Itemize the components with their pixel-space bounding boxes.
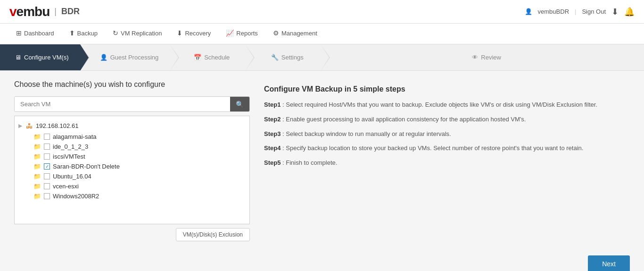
search-button[interactable]: 🔍 (230, 97, 249, 111)
dashboard-icon: ⊞ (16, 29, 22, 37)
schedule-icon: 📅 (194, 54, 201, 61)
logo-separator: | (54, 7, 57, 17)
bell-icon[interactable]: 🔔 (624, 7, 635, 17)
step-3-text: : Select backup window to run manually o… (282, 130, 451, 137)
list-item[interactable]: 📁 vcen-esxi (15, 181, 249, 191)
vm-label: Windows2008R2 (53, 193, 99, 200)
vm-folder-icon: 📁 (33, 153, 41, 160)
list-item[interactable]: 📁 Ubuntu_16.04 (15, 171, 249, 181)
recovery-icon: ⬇ (177, 29, 182, 37)
vm-checkbox-saran[interactable]: ✓ (44, 163, 50, 169)
step-1-num: Step1 (264, 101, 281, 108)
list-item[interactable]: 📁 iscsiVMTest (15, 152, 249, 161)
nav-item-backup[interactable]: ⬆ Backup (63, 25, 104, 43)
wizard-steps: 🖥 Configure VM(s) 👤 Guest Processing 📅 S… (0, 44, 644, 71)
vm-label: Saran-BDR-Don't Delete (53, 163, 120, 170)
download-icon[interactable]: ⬇ (611, 7, 619, 17)
next-button[interactable]: Next (588, 255, 630, 271)
step-2-text: : Enable guest processing to avail appli… (282, 116, 526, 123)
nav-label-dashboard: Dashboard (24, 30, 54, 37)
vm-label: iscsiVMTest (53, 153, 85, 160)
main-nav: ⊞ Dashboard ⬆ Backup ↻ VM Replication ⬇ … (0, 24, 644, 44)
step-2-num: Step2 (264, 116, 281, 123)
vm-label: Ubuntu_16.04 (53, 173, 91, 180)
step-5: Step5 : Finish to complete. (264, 158, 630, 168)
main-content: Choose the machine(s) you wish to config… (0, 71, 644, 251)
nav-label-recovery: Recovery (185, 30, 211, 37)
wizard-step-guest-processing[interactable]: 👤 Guest Processing (80, 44, 170, 70)
guest-processing-label: Guest Processing (110, 54, 159, 61)
vm-checkbox-iscsi[interactable] (44, 153, 50, 160)
step-2: Step2 : Enable guest processing to avail… (264, 115, 630, 125)
vm-checkbox-ide[interactable] (44, 144, 50, 150)
step-4-num: Step4 (264, 144, 281, 152)
user-icon: 👤 (525, 8, 532, 15)
nav-item-vm-replication[interactable]: ↻ VM Replication (106, 25, 168, 43)
wizard-step-review[interactable]: 👁 Review (321, 44, 644, 70)
vm-checkbox-vcen[interactable] (44, 183, 50, 189)
list-item[interactable]: 📁 ide_0_1_2_3 (15, 142, 249, 152)
nav-item-dashboard[interactable]: ⊞ Dashboard (9, 25, 61, 43)
host-icon: 🖧 (26, 122, 33, 130)
backup-icon: ⬆ (69, 29, 75, 37)
vm-folder-icon: 📁 (33, 143, 41, 150)
logo: vembu | BDR (9, 4, 80, 19)
list-item[interactable]: 📁 alagammai-sata (15, 132, 249, 142)
left-panel: Choose the machine(s) you wish to config… (14, 80, 250, 241)
vm-folder-icon-green: 📁 (33, 163, 41, 170)
host-label: 192.168.102.61 (36, 122, 78, 129)
nav-item-recovery[interactable]: ⬇ Recovery (170, 25, 217, 43)
header-divider: | (575, 8, 576, 15)
review-label: Review (481, 54, 501, 61)
step-5-text: : Finish to complete. (282, 159, 337, 166)
vm-folder-icon: 📁 (33, 133, 41, 140)
review-icon: 👁 (472, 54, 478, 61)
configure-vms-icon: 🖥 (15, 54, 21, 61)
vm-label: alagammai-sata (53, 133, 97, 140)
vm-folder-icon: 📁 (33, 183, 41, 190)
vm-checkbox-alagammai-sata[interactable] (44, 134, 50, 140)
app-header: vembu | BDR 👤 vembuBDR | Sign Out ⬇ 🔔 (0, 0, 644, 24)
list-item[interactable]: 📁 Windows2008R2 (15, 191, 249, 201)
vm-tree: ▶ 🖧 192.168.102.61 📁 alagammai-sata 📁 id… (14, 116, 250, 224)
nav-item-management[interactable]: ⚙ Management (266, 25, 324, 43)
vm-label: ide_0_1_2_3 (53, 143, 88, 150)
nav-label-management: Management (281, 30, 317, 37)
exclusion-button[interactable]: VM(s)/Disk(s) Exclusion (176, 228, 250, 241)
wizard-step-schedule[interactable]: 📅 Schedule (170, 44, 245, 70)
settings-icon: 🔧 (271, 54, 279, 61)
configure-vms-label: Configure VM(s) (24, 54, 69, 61)
guest-processing-icon: 👤 (100, 54, 107, 61)
step-4-text: : Specify backup location to store your … (282, 144, 583, 152)
nav-item-reports[interactable]: 📈 Reports (219, 25, 264, 43)
search-box: 🔍 (14, 96, 250, 112)
tree-host[interactable]: ▶ 🖧 192.168.102.61 (15, 120, 249, 132)
logo-bdr-text: BDR (61, 7, 80, 17)
schedule-label: Schedule (204, 54, 230, 61)
vm-checkbox-ubuntu[interactable] (44, 173, 50, 179)
vm-checkbox-windows[interactable] (44, 193, 50, 199)
step-3-num: Step3 (264, 130, 281, 137)
search-input[interactable] (15, 97, 230, 111)
vm-folder-icon-green: 📁 (33, 173, 41, 180)
header-user-area: 👤 vembuBDR | Sign Out ⬇ 🔔 (525, 7, 635, 17)
step-5-num: Step5 (264, 159, 281, 166)
vm-label: vcen-esxi (53, 183, 79, 190)
nav-label-reports: Reports (236, 30, 258, 37)
page-title: Choose the machine(s) you wish to config… (14, 80, 250, 89)
vm-folder-icon: 📁 (33, 193, 41, 200)
management-icon: ⚙ (273, 29, 279, 37)
step-1-text: : Select required Host/VMs that you want… (282, 101, 597, 108)
username: vembuBDR (538, 8, 569, 15)
reports-icon: 📈 (226, 29, 234, 37)
wizard-step-settings[interactable]: 🔧 Settings (245, 44, 321, 70)
sign-out-link[interactable]: Sign Out (582, 8, 606, 15)
nav-label-vm-replication: VM Replication (121, 30, 162, 37)
step-1: Step1 : Select required Host/VMs that yo… (264, 100, 630, 110)
wizard-step-configure-vms[interactable]: 🖥 Configure VM(s) (0, 44, 80, 70)
tree-expand-icon: ▶ (18, 123, 22, 129)
steps-title: Configure VM Backup in 5 simple steps (264, 85, 630, 93)
list-item[interactable]: 📁 ✓ Saran-BDR-Don't Delete (15, 161, 249, 171)
logo-vembu-text: vembu (9, 4, 50, 19)
vm-replication-icon: ↻ (113, 29, 118, 37)
